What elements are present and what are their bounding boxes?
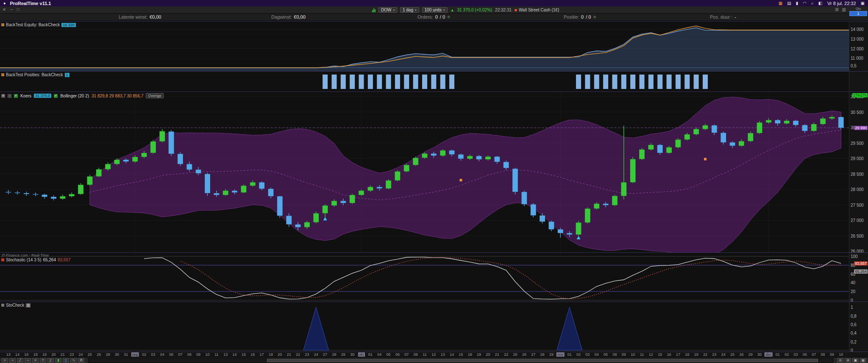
text-tool-icon[interactable]: T — [40, 358, 46, 363]
fit-screen-icon[interactable]: ▣ — [852, 358, 859, 363]
line-view-icon[interactable]: ∿ — [70, 358, 77, 363]
prorealtime-window: { "menubar": { "app_title": "ProRealTime… — [0, 0, 868, 363]
date-label: 18 — [685, 352, 689, 357]
stochastic-axis[interactable]: 65,264 83,557 100806040200 — [849, 253, 868, 302]
chart-type-icon[interactable] — [372, 8, 376, 12]
equity-panel-title[interactable]: BackTest Equity: BackCheck 16 320 — [1, 22, 76, 27]
date-label: 30 — [350, 352, 354, 357]
date-label: 21 — [287, 352, 291, 357]
wifi-icon[interactable]: ◠ — [803, 1, 807, 6]
apple-menu-icon[interactable]: ● — [3, 1, 6, 6]
chevron-down-icon: ▾ — [393, 8, 395, 12]
axis-label: 29 500 — [851, 141, 864, 145]
close-icon[interactable]: ✕ — [3, 7, 6, 12]
latent-profit-value: €0,00 — [150, 14, 161, 19]
layout-icon[interactable]: ▦ — [860, 358, 866, 363]
timeframe-select[interactable]: 1 dag▾ — [400, 7, 419, 13]
minimize-icon[interactable]: ─ — [10, 7, 13, 12]
datafeed-watermark: IT-Finance.com - Real-Time — [2, 253, 49, 258]
calendar-icon[interactable]: ▦ — [1, 94, 5, 98]
search-icon[interactable]: ⌕ — [811, 1, 814, 6]
date-label: 05 — [604, 352, 608, 357]
date-label: 15 — [242, 352, 246, 357]
axis-label: 0,8 — [851, 313, 857, 318]
bollinger-checkbox-icon[interactable]: ✓ — [54, 94, 58, 98]
order-qty-widget: Qty 1 — [849, 7, 867, 16]
main-price-axis[interactable]: 27m27s 29 990 31 00030 50030 00029 50029… — [849, 92, 868, 252]
day-profit-label: Dagwinst: — [271, 14, 292, 19]
candlestick-view-icon[interactable]: ▮ — [55, 358, 61, 363]
orders-count-settings-icon[interactable]: ⚙ — [447, 15, 450, 19]
positions-panel-title[interactable]: BackTest Posities: BackCheck 1 — [1, 72, 70, 77]
market-status-icon — [515, 9, 517, 11]
settings-icon[interactable]: ⚙ — [78, 358, 84, 363]
battery-icon[interactable]: ▮ — [796, 1, 798, 6]
axis-label: 1 — [851, 305, 853, 310]
stochastic-d-value: 83,557 — [58, 258, 71, 262]
date-label: 24 — [314, 352, 318, 357]
day-profit: Dagwinst:€0,00 — [271, 14, 306, 19]
stocheck-canvas[interactable] — [0, 302, 849, 352]
fibonacci-tool-icon[interactable]: ≡ — [32, 358, 39, 363]
axis-label: 26 000 — [851, 249, 864, 252]
axis-label: 12 000 — [851, 46, 864, 51]
workspace-icon[interactable]: ▥ — [842, 7, 846, 12]
symbol-select[interactable]: DOW▾ — [378, 7, 397, 13]
date-label: 16 — [250, 352, 255, 357]
main-chart-canvas[interactable] — [0, 92, 849, 252]
zoom-in-icon[interactable]: ⊕ — [845, 358, 851, 363]
stochastic-panel-title[interactable]: Stochastic (14 3 5) 65,264 83,557 — [1, 258, 71, 262]
time-axis[interactable]: 1314161819202123242526283031sep020304060… — [0, 352, 868, 357]
indicator-icon[interactable]: ƒ — [47, 358, 54, 363]
date-label: 06 — [395, 352, 400, 357]
signal-spike — [557, 307, 582, 350]
link-icon[interactable]: ⊞ — [835, 7, 838, 12]
date-label: 30 — [115, 352, 119, 357]
positions-canvas[interactable] — [0, 72, 849, 91]
main-price-panel: ▦ ≡ ✓ Koers 31 370,0 ✓ Bollinger (20 2) … — [0, 91, 868, 252]
stochastic-d-badge: 83,557 — [854, 261, 868, 266]
stochastic-k-line — [144, 257, 841, 299]
positions-value-badge: 1 — [65, 73, 70, 77]
axis-label: 0,5 — [851, 64, 857, 68]
position-count-settings-icon[interactable]: ⚙ — [593, 15, 596, 19]
crosshair-tool-icon[interactable]: + — [9, 358, 16, 363]
position-duration-value: - — [734, 14, 736, 19]
horizontal-line-tool-icon[interactable]: ─ — [25, 358, 31, 363]
position-bars — [323, 75, 708, 89]
trendline-tool-icon[interactable]: ╱ — [17, 358, 23, 363]
date-label: 19 — [694, 352, 698, 357]
stocheck-panel-title[interactable]: StoCheck 0 — [1, 303, 31, 308]
control-center-icon[interactable]: ◧ — [818, 1, 822, 6]
date-label: 14 — [15, 352, 19, 357]
units-select[interactable]: 100 units▾ — [422, 7, 448, 13]
stocheck-axis[interactable]: 10,80,60,40,20 — [849, 302, 868, 352]
date-label: 15 — [459, 352, 463, 357]
equity-price-axis[interactable]: 14 00013 00012 00011 0000,5 — [849, 22, 868, 71]
indicator-icon — [1, 304, 4, 307]
indicator-icon — [1, 23, 4, 26]
exit-marker-icon — [459, 179, 462, 181]
qty-input[interactable]: 1 — [849, 11, 867, 16]
positions-axis[interactable] — [849, 72, 868, 91]
current-price-badge: 29 990 — [854, 126, 868, 130]
overige-chip[interactable]: Overige — [146, 93, 164, 98]
zoom-out-icon[interactable]: ⊖ — [837, 358, 843, 363]
axis-label: 29 000 — [851, 156, 864, 161]
date-label: 14 — [233, 352, 237, 357]
display-icon[interactable]: ▤ — [787, 1, 791, 6]
chart-scrollbar[interactable] — [88, 358, 833, 363]
cursor-tool-icon[interactable]: ⌖ — [2, 358, 8, 363]
equity-curve-canvas[interactable] — [0, 22, 849, 71]
maximize-icon[interactable]: □ — [17, 7, 19, 12]
koers-checkbox-icon[interactable]: ✓ — [14, 94, 18, 98]
scrollbar-thumb[interactable] — [267, 359, 818, 362]
stochastic-canvas[interactable] — [0, 253, 849, 302]
date-label: 19 — [477, 352, 481, 357]
notification-center-icon[interactable]: ▣ — [861, 1, 865, 6]
app-icon[interactable]: ▦ — [779, 1, 782, 6]
date-label: 01 — [368, 352, 373, 357]
bar-view-icon[interactable]: ▯ — [63, 358, 69, 363]
list-icon[interactable]: ≡ — [8, 94, 11, 98]
date-label: 21 — [495, 352, 499, 357]
